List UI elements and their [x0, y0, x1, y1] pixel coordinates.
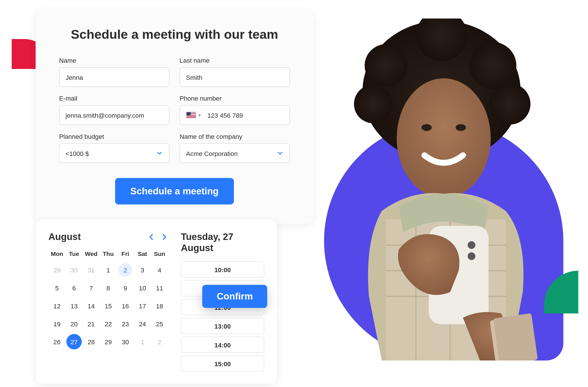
chevron-down-icon: ▼	[198, 113, 201, 117]
weekday-label: Thu	[100, 250, 117, 257]
company-label: Name of the company	[180, 133, 290, 140]
calendar-day[interactable]: 30	[117, 334, 134, 349]
weekday-label: Sat	[134, 250, 151, 257]
us-flag-icon	[186, 112, 196, 119]
budget-label: Planned budget	[59, 133, 170, 140]
calendar-day[interactable]: 25	[151, 316, 168, 331]
calendar-day[interactable]: 2	[151, 334, 168, 349]
svg-rect-20	[493, 313, 538, 360]
budget-select[interactable]: <1000 $	[59, 143, 170, 163]
phone-label: Phone number	[180, 95, 290, 102]
next-month-icon[interactable]	[160, 233, 168, 241]
calendar-day[interactable]: 20	[66, 316, 83, 331]
weekdays-row: MonTueWedThuFriSatSun	[48, 250, 168, 257]
calendar-day[interactable]: 18	[151, 298, 168, 313]
svg-point-6	[397, 78, 491, 198]
email-label: E-mail	[59, 95, 170, 102]
calendar-day[interactable]: 16	[117, 298, 134, 313]
svg-point-4	[489, 83, 530, 125]
calendar-day[interactable]: 24	[134, 316, 151, 331]
form-title: Schedule a meeting with our team	[59, 27, 290, 42]
selected-date-heading: Tuesday, 27 August	[181, 231, 264, 254]
phone-field[interactable]: ▼ 123 456 789	[180, 105, 290, 125]
calendar-day[interactable]: 27	[66, 334, 83, 349]
calendar-card: August MonTueWedThuFriSatSun 29303112345…	[36, 219, 277, 384]
calendar-day[interactable]: 7	[83, 280, 100, 296]
weekday-label: Sun	[151, 250, 168, 257]
phone-value: 123 456 789	[207, 111, 243, 119]
calendar-day[interactable]: 11	[151, 280, 168, 296]
time-slot[interactable]: 14:00	[181, 337, 264, 353]
prev-month-icon[interactable]	[148, 233, 155, 241]
calendar-day[interactable]: 26	[48, 334, 66, 349]
calendar-day[interactable]: 8	[100, 280, 117, 296]
calendar-day[interactable]: 21	[83, 316, 100, 331]
svg-point-8	[456, 124, 466, 131]
company-value: Acme Corporation	[186, 150, 238, 157]
calendar-day[interactable]: 22	[100, 316, 117, 331]
calendar-day[interactable]: 31	[83, 262, 100, 278]
calendar-day[interactable]: 2	[117, 262, 134, 278]
time-slot[interactable]: 10:00	[181, 261, 264, 278]
calendar-day[interactable]: 12	[48, 298, 66, 313]
schedule-meeting-button[interactable]: Schedule a meeting	[115, 178, 234, 205]
svg-point-2	[469, 42, 516, 89]
svg-point-3	[354, 85, 393, 123]
chevron-down-icon	[277, 150, 283, 157]
calendar-day[interactable]: 5	[48, 280, 66, 296]
calendar-day[interactable]: 6	[66, 280, 83, 296]
weekday-label: Tue	[66, 250, 83, 257]
calendar-day[interactable]: 1	[100, 262, 117, 278]
svg-point-18	[468, 252, 475, 260]
lastname-field[interactable]: Smith	[180, 67, 290, 87]
svg-point-7	[422, 124, 432, 131]
chevron-down-icon	[156, 150, 163, 157]
name-label: Name	[59, 57, 170, 64]
calendar-day[interactable]: 23	[117, 316, 134, 331]
company-select[interactable]: Acme Corporation	[180, 143, 290, 163]
calendar-day[interactable]: 28	[83, 334, 100, 349]
country-flag-selector[interactable]: ▼	[186, 112, 201, 119]
schedule-form-card: Schedule a meeting with our team Name Je…	[36, 10, 313, 224]
days-grid: 2930311234567891011121314151617181920212…	[48, 262, 168, 349]
confirm-button[interactable]: Confirm	[202, 285, 267, 308]
calendar-day[interactable]: 15	[100, 298, 117, 313]
calendar-day[interactable]: 14	[83, 298, 100, 313]
weekday-label: Wed	[83, 250, 100, 257]
person-photo	[330, 19, 557, 360]
time-slots-list: 10:0011:0012:0013:0014:0015:00	[181, 261, 264, 372]
svg-point-17	[468, 241, 475, 249]
weekday-label: Fri	[117, 250, 134, 257]
calendar-day[interactable]: 3	[134, 262, 151, 278]
email-field[interactable]: jenna.smith@company.com	[59, 105, 170, 125]
calendar-day[interactable]: 4	[151, 262, 168, 278]
calendar-day[interactable]: 30	[66, 262, 83, 278]
calendar-day[interactable]: 9	[117, 280, 134, 296]
svg-point-1	[365, 44, 407, 87]
time-slot[interactable]: 15:00	[181, 355, 264, 372]
calendar-day[interactable]: 1	[134, 334, 151, 349]
calendar-month: August	[48, 231, 81, 243]
calendar-day[interactable]: 29	[100, 334, 117, 349]
lastname-label: Last name	[180, 57, 290, 64]
calendar-day[interactable]: 10	[134, 280, 151, 296]
calendar-day[interactable]: 17	[134, 298, 151, 313]
budget-value: <1000 $	[66, 150, 89, 157]
name-field[interactable]: Jenna	[59, 67, 170, 87]
weekday-label: Mon	[48, 250, 66, 257]
time-slot[interactable]: 13:00	[181, 318, 264, 334]
calendar-day[interactable]: 29	[48, 262, 66, 278]
calendar-day[interactable]: 13	[66, 298, 83, 313]
calendar-day[interactable]: 19	[48, 316, 66, 331]
